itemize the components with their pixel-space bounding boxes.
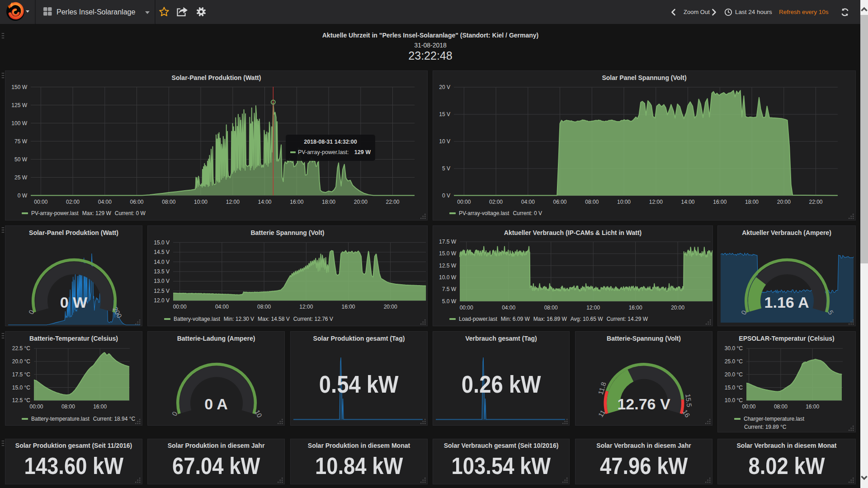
svg-text:00:00: 00:00 [29, 404, 43, 410]
svg-text:13.0 V: 13.0 V [154, 278, 170, 284]
svg-text:02:00: 02:00 [66, 199, 80, 205]
svg-text:16:00: 16:00 [290, 199, 303, 205]
svg-text:12.5 °C: 12.5 °C [12, 397, 30, 404]
svg-text:00:00: 00:00 [457, 199, 471, 205]
svg-text:08:00: 08:00 [774, 404, 788, 410]
svg-text:0 V: 0 V [442, 192, 450, 199]
svg-text:17.5 W: 17.5 W [439, 239, 457, 245]
svg-text:75 W: 75 W [14, 138, 28, 145]
svg-text:125 W: 125 W [11, 102, 27, 108]
svg-text:20.0 °C: 20.0 °C [725, 371, 743, 378]
svg-text:25 W: 25 W [14, 174, 28, 181]
svg-text:14:00: 14:00 [258, 199, 271, 205]
svg-text:12:00: 12:00 [649, 199, 663, 205]
svg-text:10.0 W: 10.0 W [439, 274, 457, 281]
svg-text:15.0 V: 15.0 V [154, 239, 170, 246]
svg-text:16:00: 16:00 [93, 404, 107, 410]
svg-text:22.5 °C: 22.5 °C [12, 345, 30, 352]
svg-text:12.5 W: 12.5 W [439, 263, 457, 269]
svg-text:08:00: 08:00 [162, 199, 175, 205]
svg-text:17.5 °C: 17.5 °C [12, 371, 30, 378]
svg-text:14.5 V: 14.5 V [154, 249, 170, 255]
svg-text:14.0 V: 14.0 V [154, 259, 170, 265]
svg-text:06:00: 06:00 [553, 199, 566, 205]
svg-text:08:00: 08:00 [585, 199, 599, 205]
svg-text:18:00: 18:00 [322, 199, 335, 205]
svg-text:7.5 W: 7.5 W [442, 286, 457, 292]
svg-text:00:00: 00:00 [34, 199, 47, 205]
svg-text:08:00: 08:00 [61, 404, 75, 410]
svg-text:12.0 V: 12.0 V [154, 297, 170, 304]
svg-text:06:00: 06:00 [130, 199, 143, 205]
svg-text:12:00: 12:00 [226, 199, 240, 205]
svg-text:20:00: 20:00 [671, 305, 684, 311]
svg-text:13.5 V: 13.5 V [154, 268, 170, 275]
svg-text:25.0 °C: 25.0 °C [725, 358, 743, 365]
svg-text:08:00: 08:00 [544, 305, 558, 311]
svg-text:20:00: 20:00 [777, 199, 791, 205]
svg-text:16:00: 16:00 [806, 404, 819, 410]
svg-text:12:00: 12:00 [586, 305, 600, 311]
svg-text:22:00: 22:00 [809, 199, 822, 205]
svg-text:150 W: 150 W [11, 84, 27, 90]
svg-text:04:00: 04:00 [521, 199, 535, 205]
svg-text:12.5 V: 12.5 V [154, 288, 170, 294]
svg-text:20:00: 20:00 [384, 304, 397, 310]
svg-text:100 W: 100 W [11, 120, 27, 127]
svg-text:50 W: 50 W [14, 156, 28, 163]
svg-text:20.0 °C: 20.0 °C [12, 358, 30, 365]
svg-text:00:00: 00:00 [173, 304, 187, 310]
svg-text:5 V: 5 V [442, 165, 450, 172]
svg-text:22:00: 22:00 [386, 199, 399, 205]
svg-text:16:00: 16:00 [713, 199, 726, 205]
svg-text:10.0 °C: 10.0 °C [725, 397, 743, 404]
svg-text:16:00: 16:00 [341, 304, 355, 310]
svg-text:12:00: 12:00 [299, 304, 313, 310]
svg-text:10 V: 10 V [439, 138, 450, 145]
svg-text:10:00: 10:00 [194, 199, 208, 205]
svg-text:15.0 °C: 15.0 °C [12, 385, 30, 391]
svg-text:0 W: 0 W [18, 192, 28, 199]
svg-text:04:00: 04:00 [215, 304, 229, 310]
svg-text:15.0 W: 15.0 W [439, 250, 457, 257]
svg-text:30.0 °C: 30.0 °C [725, 345, 743, 352]
svg-text:00:00: 00:00 [460, 305, 473, 311]
svg-text:20 V: 20 V [439, 84, 450, 90]
svg-text:5.0 W: 5.0 W [442, 298, 457, 305]
svg-text:04:00: 04:00 [98, 199, 112, 205]
svg-text:08:00: 08:00 [257, 304, 271, 310]
svg-text:18:00: 18:00 [745, 199, 759, 205]
svg-text:00:00: 00:00 [742, 404, 755, 410]
svg-text:02:00: 02:00 [489, 199, 503, 205]
svg-text:20:00: 20:00 [354, 199, 368, 205]
svg-text:10:00: 10:00 [617, 199, 631, 205]
svg-text:14:00: 14:00 [681, 199, 694, 205]
svg-text:15 V: 15 V [439, 111, 450, 117]
svg-text:04:00: 04:00 [502, 305, 515, 311]
svg-text:16:00: 16:00 [629, 305, 642, 311]
svg-text:15.0 °C: 15.0 °C [725, 385, 743, 391]
